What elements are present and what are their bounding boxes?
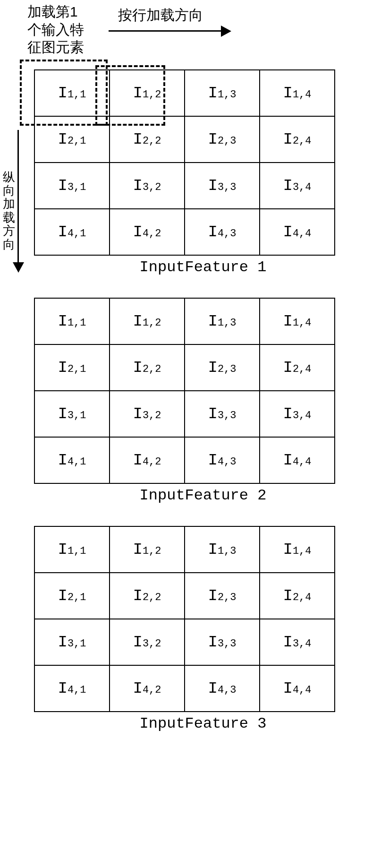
cell: I2,4 [260, 344, 335, 391]
cell: I3,4 [260, 391, 335, 437]
cell: I2,4 [260, 116, 335, 163]
cell: I4,2 [110, 209, 185, 255]
feature-grid-2: I1,1 I1,2 I1,3 I1,4 I2,1 I2,2 I2,3 I2,4 … [34, 298, 335, 484]
cell: I1,2 [110, 298, 185, 344]
cell: I4,1 [34, 209, 110, 255]
cell: I2,3 [185, 573, 260, 619]
cell: I1,4 [260, 70, 335, 116]
cell: I2,2 [110, 344, 185, 391]
cell: I1,1 [34, 526, 110, 573]
cell: I2,2 [110, 573, 185, 619]
cell: I2,3 [185, 116, 260, 163]
cell: I3,4 [260, 619, 335, 665]
col-dir-char: 纵 [3, 170, 15, 184]
cell: I4,2 [110, 437, 185, 483]
col-dir-char: 方 [3, 223, 15, 238]
feature-tables: I1,1 I1,2 I1,3 I1,4 I2,1 I2,2 I2,3 I2,4 … [34, 6, 372, 732]
cell: I1,3 [185, 70, 260, 116]
cell: I4,4 [260, 209, 335, 255]
cell: I1,2 [110, 526, 185, 573]
input-feature-2: I1,1 I1,2 I1,3 I1,4 I2,1 I2,2 I2,3 I2,4 … [34, 298, 372, 504]
cell: I4,2 [110, 665, 185, 712]
input-feature-1: I1,1 I1,2 I1,3 I1,4 I2,1 I2,2 I2,3 I2,4 … [34, 69, 372, 276]
feature-grid-3: I1,1 I1,2 I1,3 I1,4 I2,1 I2,2 I2,3 I2,4 … [34, 526, 335, 712]
cell: I3,3 [185, 619, 260, 665]
col-direction-label: 纵 向 加 载 方 向 [3, 170, 15, 251]
cell: I2,1 [34, 116, 110, 163]
col-direction-arrow [17, 130, 24, 273]
feature-caption-2: InputFeature 2 [34, 487, 372, 504]
cell: I3,3 [185, 163, 260, 209]
cell: I3,4 [260, 163, 335, 209]
col-dir-char: 向 [3, 237, 15, 251]
cell: I1,1 [34, 70, 110, 116]
input-feature-3: I1,1 I1,2 I1,3 I1,4 I2,1 I2,2 I2,3 I2,4 … [34, 526, 372, 732]
feature-grid-1: I1,1 I1,2 I1,3 I1,4 I2,1 I2,2 I2,3 I2,4 … [34, 69, 335, 256]
cell: I1,4 [260, 526, 335, 573]
cell: I4,1 [34, 437, 110, 483]
arrow-down-head-icon [13, 262, 24, 273]
cell: I3,3 [185, 391, 260, 437]
cell: I2,3 [185, 344, 260, 391]
cell: I2,1 [34, 573, 110, 619]
cell: I4,1 [34, 665, 110, 712]
cell: I1,3 [185, 298, 260, 344]
cell: I4,3 [185, 665, 260, 712]
cell: I2,2 [110, 116, 185, 163]
feature-caption-3: InputFeature 3 [34, 715, 372, 732]
cell: I1,4 [260, 298, 335, 344]
cell: I1,1 [34, 298, 110, 344]
cell: I4,3 [185, 209, 260, 255]
cell: I3,1 [34, 619, 110, 665]
cell: I3,2 [110, 163, 185, 209]
cell: I4,3 [185, 437, 260, 483]
cell: I3,1 [34, 391, 110, 437]
cell: I2,4 [260, 573, 335, 619]
cell: I2,1 [34, 344, 110, 391]
cell: I4,4 [260, 437, 335, 483]
col-dir-char: 加 [3, 197, 15, 211]
cell: I3,2 [110, 391, 185, 437]
cell: I1,3 [185, 526, 260, 573]
cell: I3,2 [110, 619, 185, 665]
col-dir-char: 载 [3, 210, 15, 224]
arrow-down-shaft [17, 130, 19, 262]
diagram-page: 加载第1 个输入特 征图元素 按行加载方向 纵 向 加 载 方 向 I1,1 I… [0, 0, 372, 773]
cell: I1,2 [110, 70, 185, 116]
cell: I4,4 [260, 665, 335, 712]
cell: I3,1 [34, 163, 110, 209]
col-dir-char: 向 [3, 183, 15, 198]
feature-caption-1: InputFeature 1 [34, 258, 372, 276]
